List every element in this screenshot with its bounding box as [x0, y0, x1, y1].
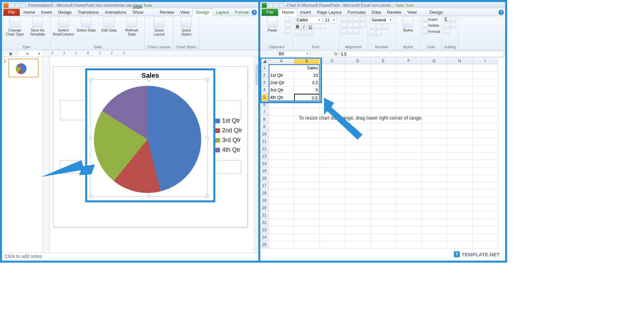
cell-H15[interactable]	[447, 168, 473, 175]
formula-input[interactable]: 3.5	[339, 51, 504, 57]
cell-E7[interactable]	[371, 109, 396, 116]
cell-E20[interactable]	[371, 204, 396, 212]
cell-E2[interactable]	[371, 72, 396, 79]
cell-B24[interactable]	[294, 234, 320, 241]
row-21[interactable]: 21	[260, 212, 269, 219]
cell-F19[interactable]	[396, 197, 422, 204]
cell-B5[interactable]: 3.5	[294, 94, 320, 101]
tab-chart-design[interactable]: Design	[193, 8, 213, 16]
legend-item-4[interactable]: 4th Qtr	[215, 146, 252, 153]
cut-button[interactable]	[285, 17, 290, 22]
cell-B9[interactable]	[294, 123, 320, 131]
tab-chart-format[interactable]: Format	[232, 9, 252, 16]
font-size-select[interactable]: 11▼	[323, 17, 337, 23]
cell-H17[interactable]	[447, 182, 473, 190]
cell-F2[interactable]	[396, 72, 422, 79]
row-19[interactable]: 19	[260, 197, 269, 204]
percent-button[interactable]	[376, 24, 382, 29]
slide-canvas[interactable]: Cle Sales 1st Qtr 2nd Qtr 3rd Qtr 4th Qt…	[50, 56, 258, 253]
cell-E12[interactable]	[371, 145, 396, 153]
cell-A11[interactable]	[269, 138, 294, 145]
row-3[interactable]: 3	[260, 79, 269, 86]
cell-G9[interactable]	[422, 123, 447, 131]
cell-I5[interactable]	[473, 94, 498, 101]
col-C[interactable]: C	[320, 58, 345, 64]
cell-I10[interactable]	[473, 131, 498, 138]
select-data-button[interactable]: Select Data	[76, 17, 96, 32]
cell-G22[interactable]	[422, 219, 447, 226]
row-16[interactable]: 16	[260, 175, 269, 182]
xl-tab-view[interactable]: View	[404, 9, 420, 16]
cell-C22[interactable]	[320, 219, 345, 226]
switch-row-column-button[interactable]: Switch Row/Column	[53, 17, 73, 36]
cell-C14[interactable]	[320, 160, 345, 168]
number-format-select[interactable]: General▼	[370, 17, 393, 23]
font-name-select[interactable]: Calibri▼	[295, 17, 322, 23]
cell-A13[interactable]	[269, 153, 294, 160]
cell-H16[interactable]	[447, 175, 473, 182]
borders-button[interactable]	[295, 30, 300, 36]
file-tab[interactable]: File	[3, 9, 20, 16]
tab-review[interactable]: Review	[157, 9, 177, 16]
cell-E16[interactable]	[371, 175, 396, 182]
cell-H20[interactable]	[447, 204, 473, 212]
cell-E22[interactable]	[371, 219, 396, 226]
row-1[interactable]: 1	[260, 64, 269, 72]
cell-I19[interactable]	[473, 197, 498, 204]
spreadsheet-grid[interactable]: ◢ A B C D E F G H I 1Sales21st Qtr1032nd…	[260, 58, 505, 261]
cell-B1[interactable]: Sales	[294, 64, 320, 72]
cell-B21[interactable]	[294, 212, 320, 219]
cell-H14[interactable]	[447, 160, 473, 168]
col-A[interactable]: A	[269, 58, 294, 64]
cell-D1[interactable]	[345, 64, 371, 72]
cell-B13[interactable]	[294, 153, 320, 160]
cell-G1[interactable]	[422, 64, 447, 72]
name-box[interactable]: B5▼	[277, 51, 311, 57]
align-center[interactable]	[347, 23, 353, 28]
cell-C25[interactable]	[320, 241, 345, 249]
cell-B12[interactable]	[294, 145, 320, 153]
cell-E19[interactable]	[371, 197, 396, 204]
cell-H22[interactable]	[447, 219, 473, 226]
cell-C19[interactable]	[320, 197, 345, 204]
row-22[interactable]: 22	[260, 219, 269, 226]
cell-H8[interactable]	[447, 116, 473, 123]
cell-A6[interactable]	[269, 101, 294, 109]
cell-A9[interactable]	[269, 123, 294, 131]
cell-I17[interactable]	[473, 182, 498, 190]
cell-D17[interactable]	[345, 182, 371, 190]
chart-selection-box[interactable]	[90, 79, 208, 197]
cell-D4[interactable]	[345, 86, 371, 94]
slide[interactable]: Cle Sales 1st Qtr 2nd Qtr 3rd Qtr 4th Qt…	[53, 66, 248, 227]
cell-G5[interactable]	[422, 94, 447, 101]
cell-G18[interactable]	[422, 190, 447, 197]
xl-tab-review[interactable]: Review	[384, 9, 405, 16]
cell-E5[interactable]	[371, 94, 396, 101]
cell-D15[interactable]	[345, 168, 371, 175]
cell-C3[interactable]	[320, 79, 345, 86]
cell-F23[interactable]	[396, 226, 422, 234]
align-left[interactable]	[341, 23, 346, 28]
cell-G13[interactable]	[422, 153, 447, 160]
xl-tab-design[interactable]: Design	[426, 9, 446, 16]
cell-H12[interactable]	[447, 145, 473, 153]
cell-D14[interactable]	[345, 160, 371, 168]
format-cells-button[interactable]: Format	[422, 29, 440, 34]
cell-H2[interactable]	[447, 72, 473, 79]
cell-I18[interactable]	[473, 190, 498, 197]
close-thumbnails[interactable]: ×	[36, 50, 43, 57]
cell-H24[interactable]	[447, 234, 473, 241]
col-D[interactable]: D	[345, 58, 371, 64]
xl-tab-pagelayout[interactable]: Page Layout	[314, 9, 344, 16]
cell-D12[interactable]	[345, 145, 371, 153]
cell-B18[interactable]	[294, 190, 320, 197]
scrollbar-vertical[interactable]	[253, 56, 258, 253]
copy-button[interactable]	[285, 23, 290, 28]
cell-I23[interactable]	[473, 226, 498, 234]
cell-A3[interactable]: 2nd Qtr	[269, 79, 294, 86]
cell-I1[interactable]	[473, 64, 498, 72]
row-12[interactable]: 12	[260, 145, 269, 153]
cell-E23[interactable]	[371, 226, 396, 234]
cell-F5[interactable]	[396, 94, 422, 101]
cell-B25[interactable]	[294, 241, 320, 249]
